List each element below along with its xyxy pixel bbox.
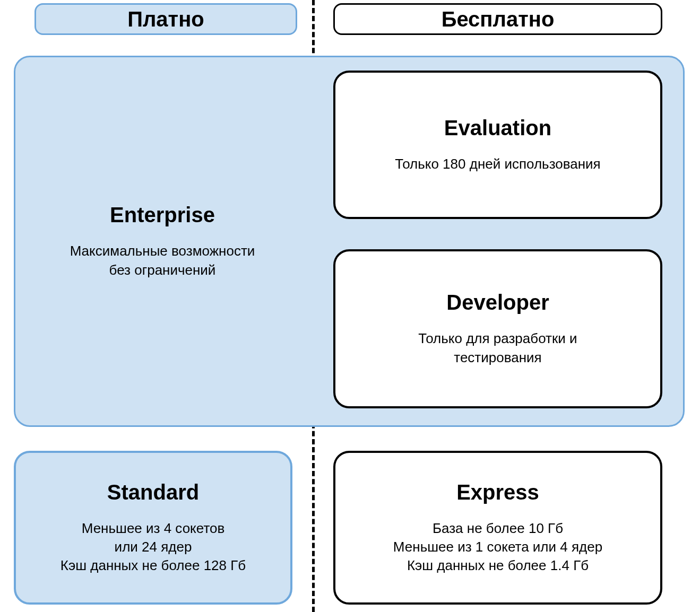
evaluation-card: Evaluation Только 180 дней использования [333,71,662,219]
enterprise-desc: Максимальные возможности без ограничений [70,242,255,279]
standard-card: Standard Меньшее из 4 сокетов или 24 яде… [14,451,292,605]
express-card: Express База не более 10 Гб Меньшее из 1… [333,451,662,605]
standard-title: Standard [107,480,199,504]
express-desc: База не более 10 Гб Меньшее из 1 сокета … [393,519,602,575]
header-paid: Платно [34,3,297,35]
developer-card: Developer Только для разработки и тестир… [333,249,662,408]
express-title: Express [456,480,539,504]
evaluation-desc: Только 180 дней использования [395,155,600,173]
enterprise-title: Enterprise [110,203,215,227]
developer-desc: Только для разработки и тестирования [418,329,577,366]
enterprise-card: Enterprise Максимальные возможности без … [14,56,311,427]
header-free: Бесплатно [333,3,662,35]
standard-desc: Меньшее из 4 сокетов или 24 ядер Кэш дан… [61,519,246,575]
developer-title: Developer [446,291,549,314]
evaluation-title: Evaluation [444,116,551,140]
header-paid-label: Платно [127,7,204,31]
header-free-label: Бесплатно [442,7,555,31]
